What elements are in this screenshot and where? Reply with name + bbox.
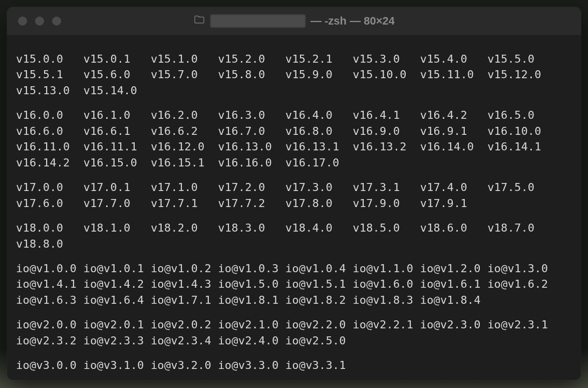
version-row: io@v3.0.0 io@v3.1.0 io@v3.2.0 io@v3.3.0 … [16,357,577,373]
version-group: v18.0.0 v18.1.0 v18.2.0 v18.3.0 v18.4.0 … [16,220,577,252]
terminal-output[interactable]: v15.0.0 v15.0.1 v15.1.0 v15.2.0 v15.2.1 … [7,35,581,380]
version-row: io@v1.6.3 io@v1.6.4 io@v1.7.1 io@v1.8.1 … [16,292,577,308]
version-row: v15.13.0 v15.14.0 [16,83,577,98]
version-group: io@v2.0.0 io@v2.0.1 io@v2.0.2 io@v2.1.0 … [16,317,577,348]
version-row: v18.8.0 [16,236,577,252]
redacted-path [210,15,306,28]
version-group: v15.0.0 v15.0.1 v15.1.0 v15.2.0 v15.2.1 … [16,51,577,98]
version-row: v17.6.0 v17.7.0 v17.7.1 v17.7.2 v17.8.0 … [16,196,577,211]
version-row: v16.11.0 v16.11.1 v16.12.0 v16.13.0 v16.… [16,139,577,154]
close-button[interactable] [18,17,27,26]
version-row: io@v1.4.1 io@v1.4.2 io@v1.4.3 io@v1.5.0 … [16,276,577,292]
version-row: v17.0.0 v17.0.1 v17.1.0 v17.2.0 v17.3.0 … [16,179,577,195]
title-suffix: — -zsh — 80×24 [311,15,395,28]
version-row: io@v1.0.0 io@v1.0.1 io@v1.0.2 io@v1.0.3 … [16,261,577,276]
version-row: v15.0.0 v15.0.1 v15.1.0 v15.2.0 v15.2.1 … [16,51,577,67]
folder-icon [193,14,205,29]
version-group: io@v3.0.0 io@v3.1.0 io@v3.2.0 io@v3.3.0 … [16,357,577,373]
zoom-button[interactable] [52,17,61,26]
terminal-window: — -zsh — 80×24 v15.0.0 v15.0.1 v15.1.0 v… [7,7,581,380]
version-row: io@v2.3.2 io@v2.3.3 io@v2.3.4 io@v2.4.0 … [16,333,577,348]
version-row: v18.0.0 v18.1.0 v18.2.0 v18.3.0 v18.4.0 … [16,220,577,236]
version-row: v16.0.0 v16.1.0 v16.2.0 v16.3.0 v16.4.0 … [16,107,577,123]
version-group: v17.0.0 v17.0.1 v17.1.0 v17.2.0 v17.3.0 … [16,179,577,211]
traffic-lights [7,17,61,26]
version-row: v16.14.2 v16.15.0 v16.15.1 v16.16.0 v16.… [16,155,577,170]
version-group: io@v1.0.0 io@v1.0.1 io@v1.0.2 io@v1.0.3 … [16,261,577,308]
version-group: v16.0.0 v16.1.0 v16.2.0 v16.3.0 v16.4.0 … [16,107,577,170]
window-title: — -zsh — 80×24 [193,14,395,29]
minimize-button[interactable] [35,17,44,26]
version-row: v16.6.0 v16.6.1 v16.6.2 v16.7.0 v16.8.0 … [16,123,577,139]
version-row: io@v2.0.0 io@v2.0.1 io@v2.0.2 io@v2.1.0 … [16,317,577,332]
version-row: v15.5.1 v15.6.0 v15.7.0 v15.8.0 v15.9.0 … [16,67,577,82]
titlebar[interactable]: — -zsh — 80×24 [7,7,581,35]
